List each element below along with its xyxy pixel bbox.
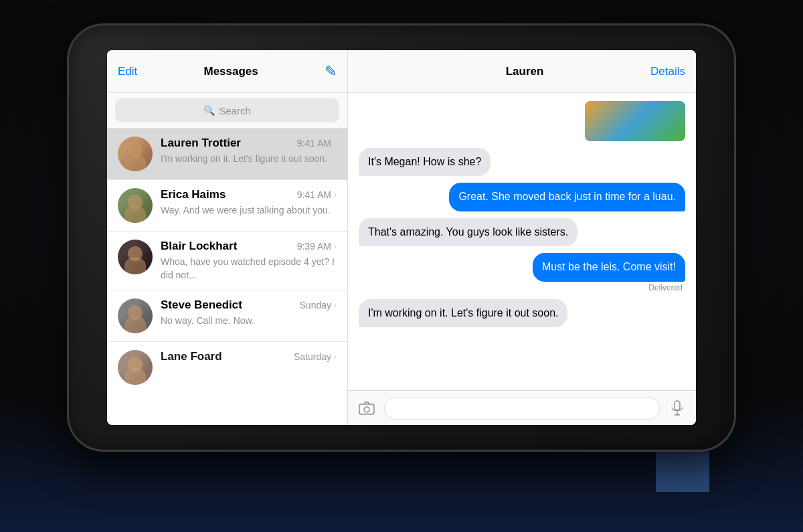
- conversation-list: Lauren Trottier 9:41 AM › I'm working on…: [107, 128, 347, 425]
- conv-header: Blair Lockhart 9:39 AM ›: [161, 240, 337, 253]
- edit-button[interactable]: Edit: [118, 65, 137, 78]
- chevron-icon: ›: [334, 190, 337, 199]
- conv-header: Steve Benedict Sunday ›: [161, 298, 337, 312]
- message-bubble: That's amazing. You guys look like siste…: [359, 218, 577, 246]
- conv-time: 9:41 AM ›: [297, 189, 337, 200]
- chevron-icon: ›: [334, 300, 337, 310]
- conversations-panel: Edit Messages ✎ 🔍 Search: [107, 50, 348, 425]
- details-button[interactable]: Details: [650, 65, 685, 78]
- iphone-screen: Edit Messages ✎ 🔍 Search: [107, 50, 696, 425]
- message-wrapper: It's Megan! How is she?: [359, 148, 685, 176]
- chat-title: Lauren: [506, 65, 544, 78]
- compose-button[interactable]: ✎: [325, 63, 337, 80]
- message-wrapper: I'm working on it. Let's figure it out s…: [359, 299, 685, 327]
- avatar: [118, 240, 153, 274]
- delivered-status: Delivered: [648, 283, 683, 292]
- avatar: [118, 137, 153, 171]
- message-bubble: Must be the leis. Come visit!: [533, 253, 685, 281]
- svg-rect-2: [675, 401, 680, 410]
- chevron-icon: ›: [334, 139, 337, 148]
- conv-preview: I'm working on it. Let's figure it out s…: [161, 153, 337, 166]
- iphone-device: Edit Messages ✎ 🔍 Search: [67, 23, 736, 452]
- chat-panel: Lauren Details It's Megan! How is she? G…: [348, 50, 696, 425]
- messages-navbar: Edit Messages ✎: [107, 50, 347, 93]
- mic-button[interactable]: [666, 397, 688, 419]
- message-bubble: It's Megan! How is she?: [359, 148, 490, 176]
- conv-preview: No way. Call me. Now.: [161, 315, 337, 328]
- conv-content: Steve Benedict Sunday › No way. Call me.…: [161, 298, 337, 328]
- avatar: [118, 350, 153, 385]
- text-input[interactable]: [384, 397, 660, 420]
- list-item[interactable]: Blair Lockhart 9:39 AM › Whoa, have you …: [107, 232, 347, 290]
- conv-content: Blair Lockhart 9:39 AM › Whoa, have you …: [161, 240, 337, 282]
- search-bar: 🔍 Search: [107, 93, 347, 128]
- conv-name: Lane Foard: [161, 350, 222, 363]
- chevron-icon: ›: [334, 352, 337, 361]
- conv-header: Lauren Trottier 9:41 AM ›: [161, 137, 337, 150]
- conv-name: Erica Haims: [161, 188, 226, 201]
- svg-point-1: [364, 407, 369, 412]
- avatar: [118, 298, 153, 333]
- message-bubble: I'm working on it. Let's figure it out s…: [359, 299, 567, 327]
- photo-attachment: [585, 101, 685, 141]
- search-input[interactable]: 🔍 Search: [115, 98, 339, 122]
- chevron-icon: ›: [334, 242, 337, 251]
- messages-title: Messages: [204, 65, 258, 78]
- message-wrapper: Great. She moved back just in time for a…: [359, 183, 685, 211]
- conv-preview: Way. And we were just talking about you.: [161, 204, 337, 217]
- messages-list: It's Megan! How is she? Great. She moved…: [348, 93, 696, 390]
- list-item[interactable]: Lauren Trottier 9:41 AM › I'm working on…: [107, 128, 347, 180]
- conv-name: Steve Benedict: [161, 298, 242, 312]
- conv-content: Lauren Trottier 9:41 AM › I'm working on…: [161, 137, 337, 166]
- conv-header: Lane Foard Saturday ›: [161, 350, 337, 363]
- conv-time: Saturday ›: [294, 351, 337, 362]
- avatar: [118, 188, 153, 223]
- conv-content: Lane Foard Saturday ›: [161, 350, 337, 366]
- conv-preview: Whoa, have you watched episode 4 yet? I …: [161, 256, 337, 282]
- list-item[interactable]: Steve Benedict Sunday › No way. Call me.…: [107, 290, 347, 342]
- message-wrapper: That's amazing. You guys look like siste…: [359, 218, 685, 246]
- search-placeholder: Search: [219, 105, 251, 116]
- message-wrapper: Must be the leis. Come visit! Delivered: [359, 253, 685, 292]
- conv-time: 9:41 AM ›: [297, 138, 337, 149]
- conv-content: Erica Haims 9:41 AM › Way. And we were j…: [161, 188, 337, 217]
- list-item[interactable]: Lane Foard Saturday ›: [107, 342, 347, 393]
- chat-navbar: Lauren Details: [348, 50, 696, 93]
- messages-app: Edit Messages ✎ 🔍 Search: [107, 50, 696, 425]
- conv-name: Blair Lockhart: [161, 240, 237, 253]
- conv-name: Lauren Trottier: [161, 137, 241, 150]
- conv-time: Sunday ›: [300, 300, 337, 311]
- list-item[interactable]: Erica Haims 9:41 AM › Way. And we were j…: [107, 180, 347, 232]
- message-bubble: Great. She moved back just in time for a…: [449, 183, 685, 211]
- conv-time: 9:39 AM ›: [297, 241, 337, 252]
- search-icon: 🔍: [203, 105, 215, 116]
- camera-button[interactable]: [356, 397, 377, 419]
- conv-header: Erica Haims 9:41 AM ›: [161, 188, 337, 201]
- message-input-bar: [348, 390, 696, 425]
